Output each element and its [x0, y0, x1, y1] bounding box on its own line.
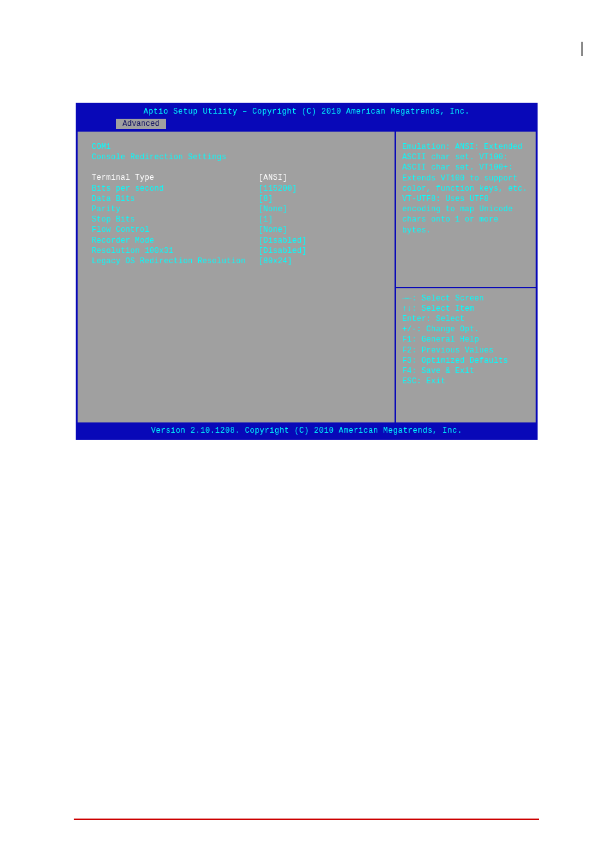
nav-hint: ESC: Exit [402, 376, 529, 386]
tab-advanced[interactable]: Advanced [116, 119, 166, 129]
setting-label: Resolution 100x31 [92, 246, 259, 256]
setting-row[interactable]: Legacy OS Redirection Resolution[80x24] [92, 256, 388, 266]
setting-row[interactable]: Resolution 100x31[Disabled] [92, 246, 388, 256]
bios-footer: Version 2.10.1208. Copyright (C) 2010 Am… [78, 422, 536, 438]
nav-hint: F1: General Help [402, 334, 529, 345]
setting-value[interactable]: [1] [259, 214, 273, 225]
help-text: Emulation: ANSI: Extended ASCII char set… [402, 142, 529, 236]
nav-hint: F2: Previous Values [402, 345, 529, 356]
setting-row[interactable]: Parity[None] [92, 204, 388, 214]
nav-hint: →←: Select Screen [402, 293, 529, 304]
setting-value[interactable]: [Disabled] [259, 236, 307, 246]
setting-value[interactable]: [Disabled] [259, 246, 307, 256]
setting-row[interactable]: Stop Bits[1] [92, 214, 388, 225]
setting-value[interactable]: [115200] [259, 184, 297, 194]
setting-value[interactable]: [8] [259, 194, 273, 204]
setting-label: Recorder Mode [92, 236, 259, 246]
section-subtitle: Console Redirection Settings [92, 152, 388, 162]
page-marker [581, 42, 583, 56]
nav-hint: ↑↓: Select Item [402, 304, 529, 314]
setting-row[interactable]: Bits per second[115200] [92, 184, 388, 194]
setting-value[interactable]: [ANSI] [259, 173, 287, 183]
footer-rule [74, 819, 539, 820]
settings-panel: COM1 Console Redirection Settings Termin… [78, 132, 395, 422]
nav-hint: Enter: Select [402, 314, 529, 324]
nav-help: →←: Select Screen↑↓: Select ItemEnter: S… [402, 293, 529, 387]
port-name: COM1 [92, 142, 388, 152]
setting-value[interactable]: [None] [259, 225, 287, 235]
nav-hint: +/-: Change Opt. [402, 324, 529, 334]
setting-value[interactable]: [None] [259, 204, 287, 214]
settings-list: Terminal Type[ANSI]Bits per second[11520… [92, 173, 388, 266]
setting-row[interactable]: Terminal Type[ANSI] [92, 173, 388, 183]
tab-bar: Advanced [78, 119, 536, 130]
setting-value[interactable]: [80x24] [259, 256, 293, 266]
bios-body: COM1 Console Redirection Settings Termin… [78, 130, 536, 422]
setting-label: Parity [92, 204, 259, 214]
setting-label: Terminal Type [92, 173, 259, 183]
setting-row[interactable]: Data Bits[8] [92, 194, 388, 204]
bios-title: Aptio Setup Utility – Copyright (C) 2010… [78, 105, 536, 119]
setting-label: Bits per second [92, 184, 259, 194]
setting-label: Stop Bits [92, 214, 259, 225]
setting-label: Legacy OS Redirection Resolution [92, 256, 259, 266]
setting-row[interactable]: Flow Control[None] [92, 225, 388, 235]
setting-row[interactable]: Recorder Mode[Disabled] [92, 236, 388, 246]
bios-window: Aptio Setup Utility – Copyright (C) 2010… [76, 103, 538, 440]
nav-hint: F3: Optimized Defaults [402, 356, 529, 366]
nav-hint: F4: Save & Exit [402, 366, 529, 376]
setting-label: Flow Control [92, 225, 259, 235]
setting-label: Data Bits [92, 194, 259, 204]
help-panel: Emulation: ANSI: Extended ASCII char set… [395, 132, 536, 422]
help-divider [396, 287, 536, 288]
